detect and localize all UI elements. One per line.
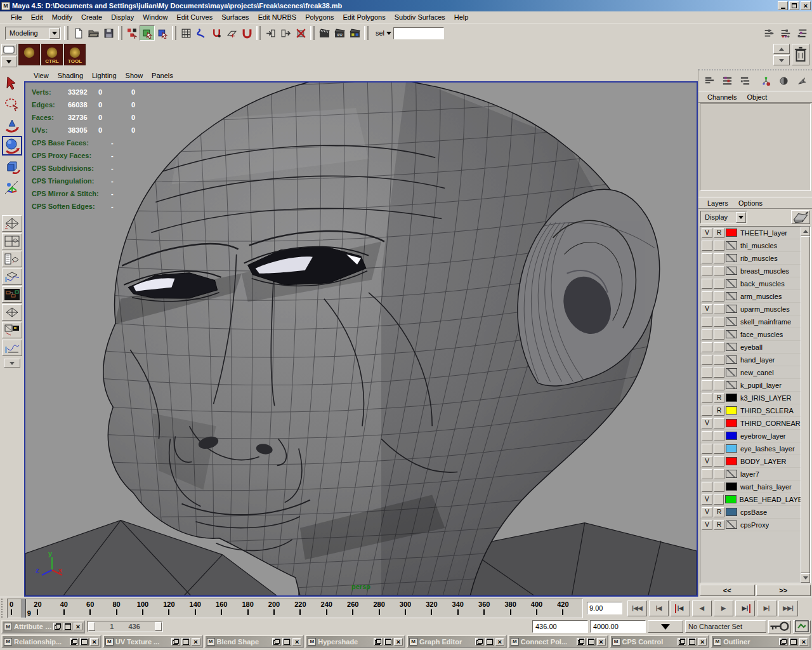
menu-edit-curves[interactable]: Edit Curves	[172, 12, 217, 22]
layer-reference-toggle[interactable]	[714, 494, 724, 505]
snap-curve-icon[interactable]	[193, 25, 209, 41]
attribute-editor-toggle-icon[interactable]	[761, 25, 776, 41]
layer-name[interactable]: eyeball	[738, 343, 763, 351]
layer-visible-toggle[interactable]	[702, 279, 712, 289]
close-icon[interactable]	[799, 638, 808, 646]
animation-preferences-icon[interactable]	[793, 620, 811, 633]
layer-visible-toggle[interactable]	[702, 406, 712, 416]
layer-name[interactable]: eye_lashes_layer	[738, 445, 795, 453]
restore-button[interactable]	[789, 1, 799, 10]
move-tool[interactable]	[2, 115, 22, 135]
layer-name[interactable]: BODY_LAYER	[738, 458, 787, 465]
layer-reference-toggle[interactable]	[714, 266, 724, 276]
layer-row[interactable]: breast_muscles	[700, 265, 801, 277]
viewport[interactable]: Verts:3329200Edges:6603800Faces:3273600U…	[24, 81, 698, 597]
shelf-button-tool[interactable]: TOOL	[64, 44, 86, 65]
layer-name[interactable]: thi_muscles	[738, 242, 777, 249]
layer-reference-toggle[interactable]	[714, 368, 724, 378]
layer-row[interactable]: eye_lashes_layer	[700, 442, 801, 455]
layer-row[interactable]: Rk3_IRIS_LAYER	[700, 392, 801, 404]
layer-name[interactable]: back_muscles	[738, 280, 785, 288]
layer-visible-toggle[interactable]	[702, 393, 712, 403]
close-icon[interactable]	[292, 638, 301, 646]
layer-visible-toggle[interactable]: V	[702, 456, 712, 467]
layer-name[interactable]: rib_muscles	[738, 255, 778, 262]
menu-edit-nurbs[interactable]: Edit NURBS	[254, 12, 301, 22]
step-back-frame-button[interactable]: |◀	[649, 600, 669, 616]
menu-help[interactable]: Help	[450, 12, 473, 22]
minimized-window[interactable]: MUV Texture ...	[103, 635, 203, 648]
layout-persp-graph-icon[interactable]	[2, 269, 22, 285]
layer-color-swatch[interactable]	[726, 432, 737, 440]
go-to-end-button[interactable]: ▶▶|	[778, 600, 798, 616]
layer-row[interactable]: skell_mainframe	[700, 315, 801, 328]
menu-set-dropdown[interactable]: Modeling	[5, 27, 61, 40]
layer-reference-toggle[interactable]	[714, 380, 724, 390]
layer-color-swatch[interactable]	[726, 292, 737, 300]
layer-page-next-button[interactable]: >>	[756, 585, 811, 596]
layer-paint-icon[interactable]	[791, 210, 810, 224]
layer-reference-toggle[interactable]	[714, 469, 724, 479]
layer-row[interactable]: VRcpsProxy	[700, 519, 801, 531]
restore-icon[interactable]	[678, 638, 686, 646]
layer-reference-toggle[interactable]	[714, 291, 724, 302]
restore-icon[interactable]	[272, 638, 281, 646]
layer-color-swatch[interactable]	[726, 444, 737, 453]
layer-color-swatch[interactable]	[726, 241, 737, 249]
layer-reference-toggle[interactable]	[714, 253, 724, 263]
menu-subdiv-surfaces[interactable]: Subdiv Surfaces	[390, 12, 450, 22]
shelf-button-ctrl[interactable]: CTRL	[41, 44, 63, 65]
layer-reference-toggle[interactable]: R	[714, 406, 724, 416]
layer-name[interactable]: k_pupil_layer	[738, 381, 782, 389]
animation-end-field[interactable]	[590, 620, 646, 633]
layer-row[interactable]: VRcpsBase	[700, 506, 801, 519]
layer-visible-toggle[interactable]	[702, 329, 712, 340]
layer-row[interactable]: face_muscles	[700, 328, 801, 341]
layer-visible-toggle[interactable]: V	[702, 507, 712, 517]
layer-row[interactable]: new_canel	[700, 366, 801, 379]
layer-name[interactable]: hand_layer	[738, 356, 775, 364]
quick-select-input[interactable]	[393, 27, 444, 39]
layer-color-swatch[interactable]	[726, 482, 737, 491]
restore-icon[interactable]	[779, 638, 788, 646]
range-start-handle[interactable]	[88, 622, 95, 631]
scrollbar-thumb[interactable]	[801, 236, 810, 573]
render-sphere-icon[interactable]	[775, 73, 792, 88]
maximize-icon[interactable]	[63, 623, 72, 630]
layer-name[interactable]: k3_IRIS_LAYER	[738, 394, 792, 402]
layer-name[interactable]: skell_mainframe	[738, 318, 791, 326]
render-frame-icon[interactable]	[317, 25, 332, 41]
minimized-window[interactable]: MBlend Shape	[204, 635, 304, 648]
layout-persp-curve-icon[interactable]	[2, 340, 22, 356]
menu-edit[interactable]: Edit	[27, 12, 48, 22]
layer-visible-toggle[interactable]	[702, 317, 712, 327]
layer-name[interactable]: cpsProxy	[738, 521, 769, 529]
layer-visible-toggle[interactable]	[702, 291, 712, 302]
layer-color-swatch[interactable]	[726, 254, 737, 262]
layer-visible-toggle[interactable]	[702, 241, 712, 251]
maximize-icon[interactable]	[789, 638, 798, 646]
layer-row[interactable]: hand_layer	[700, 354, 801, 366]
channels-menu[interactable]: Channels	[702, 92, 742, 102]
layer-color-swatch[interactable]	[726, 279, 737, 288]
layer-visible-toggle[interactable]: V	[702, 520, 712, 530]
maximize-icon[interactable]	[181, 638, 190, 646]
range-slider[interactable]: 1 436	[87, 621, 163, 632]
layer-reference-toggle[interactable]	[714, 342, 724, 352]
scroll-up-icon[interactable]	[801, 227, 810, 236]
viewport-menu-show[interactable]: Show	[121, 70, 148, 81]
layer-visible-toggle[interactable]	[702, 266, 712, 276]
outline-view-icon[interactable]	[737, 73, 753, 88]
snap-plane-icon[interactable]	[224, 25, 239, 41]
output-connections-icon[interactable]	[278, 25, 293, 41]
layer-mode-dropdown[interactable]: Display	[700, 211, 747, 223]
layer-row[interactable]: back_muscles	[700, 277, 801, 290]
layer-row[interactable]: layer7	[700, 468, 801, 481]
layer-reference-toggle[interactable]	[714, 482, 724, 492]
show-manipulator-tool[interactable]	[2, 178, 22, 197]
layer-color-swatch[interactable]	[726, 343, 737, 351]
layer-reference-toggle[interactable]	[714, 456, 724, 467]
layer-visible-toggle[interactable]	[702, 342, 712, 352]
layer-row[interactable]: VTHIRD_CORNEAR	[700, 417, 801, 430]
layer-color-swatch[interactable]	[726, 394, 737, 402]
